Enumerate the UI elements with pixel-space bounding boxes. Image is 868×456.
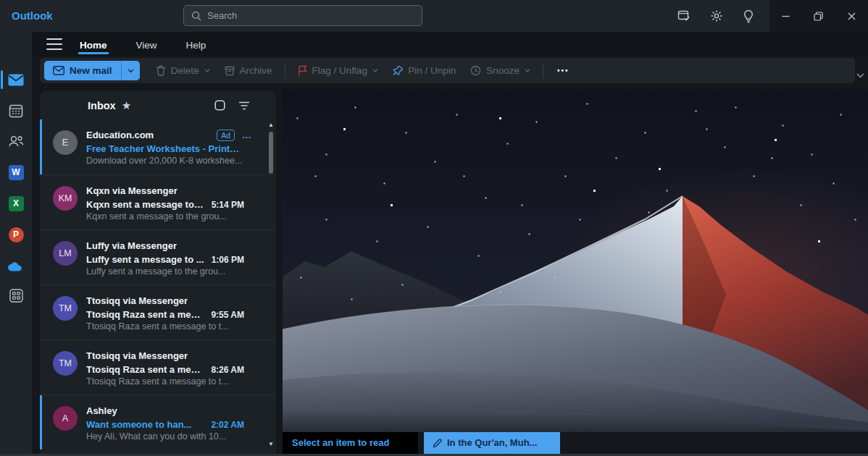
close-icon [848,12,856,20]
new-mail-button[interactable]: New mail [44,61,140,80]
mail-icon [8,74,24,86]
avatar: A [53,406,78,431]
snooze-button[interactable]: Snooze [464,61,536,80]
archive-icon [225,66,235,76]
delete-button[interactable]: Delete [150,61,216,80]
rail-item-onedrive[interactable] [0,253,32,279]
tab-view[interactable]: View [135,35,159,54]
pin-icon [393,65,403,76]
avatar: E [53,130,78,155]
mail-item-education[interactable]: E Education.com Ad … Free Teacher Worksh… [40,119,276,174]
list-scrollbar[interactable]: ▲ ▼ [267,122,275,448]
mail-item-luffy[interactable]: LM Luffy via Messenger Luffy sent a mess… [40,229,276,284]
rail-item-more-apps[interactable] [0,282,32,308]
mail-items: E Education.com Ad … Free Teacher Worksh… [40,119,276,449]
top-header: Outlook Search [0,0,868,32]
preview-text: Hey Ali, What can you do with 10... [86,431,269,445]
ribbon-toolbar: New mail Delete Archive [40,58,855,83]
tab-home[interactable]: Home [78,35,109,54]
more-apps-icon [9,289,23,303]
sender-name: Ashley [86,405,117,416]
more-commands-button[interactable]: ••• [550,67,577,75]
gear-icon [710,9,723,22]
flag-button[interactable]: Flag / Unflag [292,61,385,80]
avatar: LM [53,241,78,266]
excel-icon: X [9,196,24,211]
timestamp: 5:14 PM [204,200,244,210]
outlook-window: Outlook Search [0,0,868,456]
sender-name: Luffy via Messenger [86,240,177,251]
minimize-icon [782,12,790,20]
avatar: TM [53,351,78,376]
tips-button[interactable] [733,0,764,32]
onedrive-icon [7,261,25,271]
archive-button[interactable]: Archive [219,61,278,80]
my-day-button[interactable] [668,0,700,32]
trash-icon [156,65,166,76]
select-messages-button[interactable] [214,100,225,111]
unread-indicator [40,395,42,449]
rail-item-powerpoint[interactable]: P [0,221,32,248]
subject: Free Teacher Worksheets - Printable... [86,143,244,154]
chevron-down-icon [856,73,864,78]
rail-item-excel[interactable]: X [0,190,32,216]
flag-label: Flag / Unflag [312,65,368,76]
rail-item-people[interactable] [0,128,32,154]
pin-label: Pin / Unpin [408,65,456,76]
mail-item-ashley[interactable]: A Ashley Want someone to han... 2:02 AM … [40,394,276,449]
rail-item-calendar[interactable] [0,98,32,124]
pin-button[interactable]: Pin / Unpin [387,61,462,80]
collapse-ribbon-button[interactable] [854,69,866,81]
window-controls [769,0,868,32]
subject: Ttosiqq Raza sent a mes... [86,309,204,320]
clock-icon [470,65,481,76]
sender-name: Ttosiqq via Messenger [86,350,188,361]
wallpaper-image [283,89,868,432]
lightbulb-icon [743,9,754,23]
toolbar-divider [285,64,285,78]
rail-item-mail[interactable] [0,67,32,93]
calendar-icon [9,104,23,118]
scrollbar-thumb[interactable] [269,132,273,174]
flag-icon [298,65,307,76]
subject: Kqxn sent a message to ... [86,199,204,210]
powerpoint-icon: P [9,227,24,242]
rail-item-word[interactable]: W [0,159,32,185]
mail-item-ttosiqq-1[interactable]: TM Ttosiqq via Messenger Ttosiqq Raza se… [40,284,276,339]
note-check-icon [677,9,691,22]
chevron-down-icon [128,69,134,73]
more-options-icon[interactable]: … [242,132,251,139]
reading-pane [283,89,868,432]
restore-button[interactable] [802,0,835,32]
new-mail-envelope-icon [53,66,64,75]
timestamp: 8:26 AM [204,365,244,375]
sender-name: Ttosiqq via Messenger [86,295,188,306]
delete-label: Delete [171,65,199,76]
preview-text: Kqxn sent a message to the grou... [86,211,269,225]
mail-item-ttosiqq-2[interactable]: TM Ttosiqq via Messenger Ttosiqq Raza se… [40,339,276,394]
search-input[interactable]: Search [183,5,422,26]
draft-tab-label: In the Qur'an, Muh... [447,432,537,454]
new-mail-split-button[interactable] [121,61,140,80]
sender-name: Kqxn via Messenger [86,185,178,196]
timestamp: 1:06 PM [204,255,244,265]
hamburger-button[interactable] [46,38,62,50]
minimize-button[interactable] [769,0,802,32]
chevron-down-icon [204,69,210,72]
archive-label: Archive [240,65,272,76]
chevron-down-icon [525,69,530,72]
scroll-down-icon[interactable]: ▼ [267,441,275,448]
filter-button[interactable] [238,101,250,110]
favorite-star-icon[interactable] [122,100,131,111]
tab-help[interactable]: Help [185,35,208,54]
new-mail-label: New mail [70,65,112,76]
close-button[interactable] [835,0,868,32]
app-title[interactable]: Outlook [12,0,53,32]
settings-button[interactable] [701,0,733,32]
app-rail: W X P [0,32,32,456]
subject: Ttosiqq Raza sent a mes... [86,364,204,375]
minimized-draft-tab[interactable]: In the Qur'an, Muh... [424,432,560,454]
scroll-up-icon[interactable]: ▲ [267,122,275,129]
mail-item-kqxn[interactable]: KM Kqxn via Messenger Kqxn sent a messag… [40,174,276,229]
reading-placeholder-tab[interactable]: Select an item to read [283,432,418,454]
